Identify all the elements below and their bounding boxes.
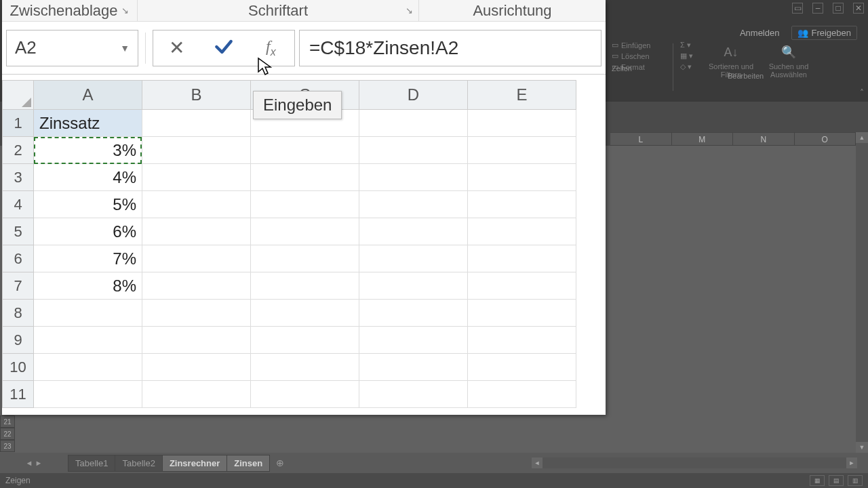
cell-D2[interactable] (359, 137, 468, 164)
find-select-button[interactable]: 🔍 Suchen und Auswählen Bearbeiten (762, 41, 816, 79)
view-break-icon[interactable]: ▥ (848, 475, 863, 486)
maximize-icon[interactable]: □ (833, 3, 844, 14)
scroll-left-icon[interactable]: ◄ (532, 458, 542, 468)
view-page-icon[interactable]: ▤ (829, 475, 844, 486)
row-header[interactable]: 8 (2, 300, 34, 327)
scroll-down-icon[interactable]: ▼ (856, 442, 868, 453)
cell-A2[interactable]: 3% (34, 137, 142, 164)
select-all-corner[interactable] (2, 80, 34, 110)
cell-B3[interactable] (142, 164, 251, 191)
scroll-up-icon[interactable]: ▲ (856, 132, 868, 143)
cell-D9[interactable] (359, 327, 468, 354)
cell-E3[interactable] (468, 164, 576, 191)
row-header[interactable]: 7 (2, 272, 34, 300)
row-header[interactable]: 9 (2, 327, 34, 354)
cell-E11[interactable] (468, 381, 576, 408)
sheet-tab-Tabelle2[interactable]: Tabelle2 (115, 455, 162, 472)
bg-col-header-M[interactable]: M (672, 133, 734, 145)
clear-button[interactable]: ◇ ▾ (680, 62, 701, 71)
scroll-right-icon[interactable]: ► (846, 458, 857, 468)
cell-D3[interactable] (359, 164, 468, 191)
cell-C5[interactable] (251, 218, 359, 245)
col-header-B[interactable]: B (142, 80, 251, 110)
row-header[interactable]: 11 (2, 381, 34, 408)
cell-A9[interactable] (34, 327, 142, 354)
row-header[interactable]: 6 (2, 245, 34, 272)
dialog-launcher-icon[interactable]: ↘ (406, 5, 413, 16)
bg-col-header-N[interactable]: N (733, 133, 795, 145)
cell-E4[interactable] (468, 191, 576, 218)
cell-B2[interactable] (142, 137, 251, 164)
cell-B10[interactable] (142, 354, 251, 381)
view-normal-icon[interactable]: ▦ (810, 475, 825, 486)
chevron-down-icon[interactable]: ▼ (120, 43, 130, 54)
cell-A6[interactable]: 7% (34, 245, 142, 272)
cell-E1[interactable] (468, 110, 576, 137)
close-icon[interactable]: ✕ (853, 3, 864, 14)
bg-row-header[interactable]: 23 (0, 440, 15, 452)
cell-C2[interactable] (251, 137, 359, 164)
col-header-E[interactable]: E (468, 80, 576, 110)
cell-E6[interactable] (468, 245, 576, 272)
cell-E10[interactable] (468, 354, 576, 381)
cell-C11[interactable] (251, 381, 359, 408)
share-button[interactable]: 👥 Freigeben (791, 26, 857, 40)
cell-E2[interactable] (468, 137, 576, 164)
cell-A8[interactable] (34, 300, 142, 327)
login-link[interactable]: Anmelden (740, 28, 780, 38)
cell-C9[interactable] (251, 327, 359, 354)
bg-col-header-O[interactable]: O (795, 133, 856, 145)
enter-button[interactable] (207, 35, 241, 62)
cell-E7[interactable] (468, 272, 576, 300)
cell-C6[interactable] (251, 245, 359, 272)
cell-B8[interactable] (142, 300, 251, 327)
minimize-icon[interactable]: – (812, 3, 823, 14)
insert-cells-button[interactable]: ▭Einfügen (612, 41, 666, 49)
horizontal-scrollbar[interactable]: ◄ ► (532, 458, 857, 468)
ribbon-options-icon[interactable]: ▭ (792, 3, 803, 14)
row-header[interactable]: 3 (2, 164, 34, 191)
cell-D6[interactable] (359, 245, 468, 272)
col-header-A[interactable]: A (34, 80, 142, 110)
cell-D10[interactable] (359, 354, 468, 381)
dialog-launcher-icon[interactable]: ↘ (121, 5, 129, 16)
autosum-button[interactable]: Σ ▾ (680, 41, 701, 49)
cell-E5[interactable] (468, 218, 576, 245)
cell-B9[interactable] (142, 327, 251, 354)
cell-A11[interactable] (34, 381, 142, 408)
add-sheet-button[interactable]: ⊕ (276, 458, 284, 468)
row-header[interactable]: 1 (2, 110, 34, 137)
vertical-scrollbar[interactable]: ▲ ▼ (856, 132, 868, 453)
cell-B1[interactable] (142, 110, 251, 137)
cell-D11[interactable] (359, 381, 468, 408)
cell-B5[interactable] (142, 218, 251, 245)
cell-B11[interactable] (142, 381, 251, 408)
sheet-tab-Zinsrechner[interactable]: Zinsrechner (162, 455, 227, 472)
cell-D7[interactable] (359, 272, 468, 300)
fill-button[interactable]: ▦ ▾ (680, 52, 701, 60)
cell-C10[interactable] (251, 354, 359, 381)
cell-B7[interactable] (142, 272, 251, 300)
cell-E9[interactable] (468, 327, 576, 354)
cell-E8[interactable] (468, 300, 576, 327)
bg-row-header[interactable]: 22 (0, 428, 15, 440)
row-header[interactable]: 10 (2, 354, 34, 381)
cell-B4[interactable] (142, 191, 251, 218)
cell-D8[interactable] (359, 300, 468, 327)
cell-C4[interactable] (251, 191, 359, 218)
cell-C8[interactable] (251, 300, 359, 327)
name-box[interactable]: A2 ▼ (6, 30, 138, 66)
cell-B6[interactable] (142, 245, 251, 272)
cell-A10[interactable] (34, 354, 142, 381)
sheet-tab-Zinsen[interactable]: Zinsen (226, 455, 270, 472)
cell-C3[interactable] (251, 164, 359, 191)
collapse-ribbon-icon[interactable]: ˄ (860, 88, 864, 98)
delete-cells-button[interactable]: ▭Löschen (612, 52, 666, 60)
bg-col-header-L[interactable]: L (610, 133, 672, 145)
formula-input[interactable]: =C$18*Zinsen!A2 (299, 30, 601, 66)
cell-A5[interactable]: 6% (34, 218, 142, 245)
sheet-tab-Tabelle1[interactable]: Tabelle1 (68, 455, 115, 472)
cell-D4[interactable] (359, 191, 468, 218)
cancel-button[interactable]: ✕ (160, 35, 194, 62)
bg-row-header[interactable]: 21 (0, 415, 15, 428)
